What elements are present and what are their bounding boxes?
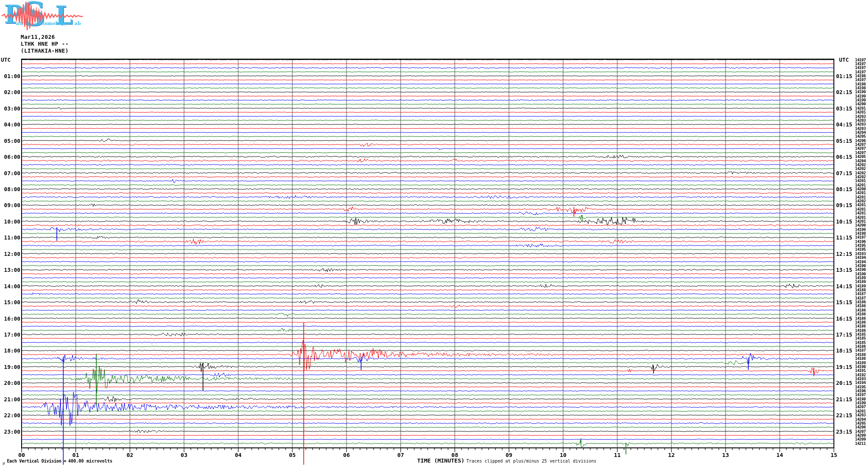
left-hour-label: 15:00: [0, 299, 20, 305]
right-hour-label: 01:15: [836, 73, 852, 79]
left-hour-label: 23:00: [0, 428, 20, 435]
minute-label: 00: [18, 452, 25, 458]
right-hour-label: 07:15: [836, 170, 852, 176]
minute-label: 01: [73, 452, 79, 458]
clipping-note: Traces clipped at plus/minus 25 vertical…: [466, 459, 596, 463]
left-hour-label: 09:00: [0, 202, 20, 208]
minute-label: 07: [397, 452, 404, 458]
time-axis-title: TIME (MINUTES): [417, 457, 465, 464]
left-hour-label: 13:00: [0, 267, 20, 273]
minute-label: 14: [776, 452, 783, 458]
left-hour-label: 16:00: [0, 315, 20, 322]
left-hour-label: 02:00: [0, 89, 20, 95]
minute-label: 15: [830, 452, 837, 458]
left-utc-label: UTC: [1, 57, 11, 63]
minute-label: 11: [614, 452, 621, 458]
minute-label: 03: [181, 452, 187, 458]
left-hour-label: 14:00: [0, 283, 20, 290]
left-hour-label: 05:00: [0, 138, 20, 144]
left-hour-label: 20:00: [0, 380, 20, 386]
trace-value: 14211: [855, 441, 866, 446]
left-hour-label: 22:00: [0, 412, 20, 419]
right-hour-label: 11:15: [836, 234, 852, 241]
minute-label: 12: [668, 452, 675, 458]
seismogram-canvas: [0, 0, 868, 466]
right-hour-label: 05:15: [836, 138, 852, 144]
left-hour-label: 06:00: [0, 154, 20, 160]
left-hour-label: 17:00: [0, 331, 20, 338]
right-hour-label: 03:15: [836, 105, 852, 112]
right-hour-label: 21:15: [836, 396, 852, 403]
right-hour-label: 06:15: [836, 154, 852, 160]
right-hour-label: 18:15: [836, 347, 852, 354]
right-hour-label: 14:15: [836, 283, 852, 290]
minute-label: 13: [722, 452, 729, 458]
left-hour-label: 01:00: [0, 73, 20, 79]
left-hour-label: 12:00: [0, 251, 20, 257]
right-hour-label: 12:15: [836, 251, 852, 257]
right-hour-label: 15:15: [836, 299, 852, 305]
right-utc-label: UTC: [839, 57, 849, 63]
right-hour-label: 23:15: [836, 428, 852, 435]
left-hour-label: 08:00: [0, 186, 20, 192]
scale-label: Each Vertical Division =: [7, 459, 66, 463]
right-hour-label: 04:15: [836, 121, 852, 128]
webicorder-page: P S L atras eismology ab Mar11,2026 LTHK…: [0, 0, 868, 466]
right-hour-label: 19:15: [836, 364, 852, 370]
right-hour-label: 02:15: [836, 89, 852, 95]
right-hour-label: 10:15: [836, 218, 852, 225]
scale-value: 400.00 microvolts: [68, 459, 112, 463]
right-hour-label: 13:15: [836, 267, 852, 273]
left-hour-label: 21:00: [0, 396, 20, 403]
micro-glyph: µ: [3, 461, 5, 465]
right-hour-label: 16:15: [836, 315, 852, 322]
minute-label: 09: [506, 452, 513, 458]
header-station-name: (LITHAKIA-HNE): [21, 47, 69, 54]
right-hour-label: 09:15: [836, 202, 852, 208]
minute-label: 02: [127, 452, 133, 458]
left-hour-label: 19:00: [0, 364, 20, 370]
left-hour-label: 03:00: [0, 105, 20, 112]
right-hour-label: 17:15: [836, 331, 852, 338]
header-date: Mar11,2026: [21, 34, 55, 40]
left-hour-label: 11:00: [0, 234, 20, 241]
minute-label: 04: [235, 452, 242, 458]
left-hour-label: 07:00: [0, 170, 20, 176]
left-hour-label: 04:00: [0, 121, 20, 128]
right-hour-label: 08:15: [836, 186, 852, 192]
minute-label: 05: [289, 452, 296, 458]
left-hour-label: 10:00: [0, 218, 20, 225]
right-hour-label: 20:15: [836, 380, 852, 386]
right-hour-label: 22:15: [836, 412, 852, 419]
minute-label: 06: [343, 452, 350, 458]
minute-label: 10: [560, 452, 567, 458]
header-station-code: LTHK HNE HP --: [21, 41, 69, 47]
left-hour-label: 18:00: [0, 347, 20, 354]
